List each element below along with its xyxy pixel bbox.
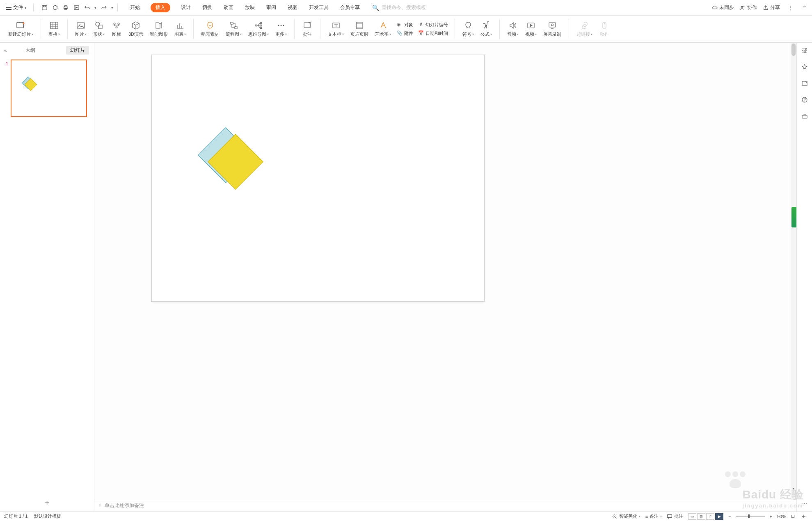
command-search[interactable]: 🔍 查找命令、搜索模板: [372, 4, 426, 11]
file-menu[interactable]: 文件 ▾: [3, 2, 29, 13]
tab-design[interactable]: 设计: [180, 2, 192, 13]
smartart-icon: [154, 21, 164, 30]
tab-vip[interactable]: 会员专享: [339, 2, 361, 13]
headerfooter-button[interactable]: 页眉页脚: [347, 19, 372, 39]
daoke-button[interactable]: 稻壳素材: [198, 19, 222, 39]
rail-toolbox-icon[interactable]: [801, 112, 808, 120]
tab-devtools[interactable]: 开发工具: [308, 2, 329, 13]
scroll-thumb[interactable]: [791, 44, 796, 56]
ribbon: 新建幻灯片▾ 表格▾ 图片▾ 形状▾ 图标 3D演示 智能图形: [0, 16, 812, 43]
new-slide-button[interactable]: 新建幻灯片▾: [5, 19, 37, 39]
fit-button[interactable]: ⊡: [791, 514, 795, 519]
save-icon[interactable]: [41, 5, 48, 11]
more-button[interactable]: 更多▾: [272, 19, 290, 39]
tab-review[interactable]: 审阅: [265, 2, 277, 13]
tab-start[interactable]: 开始: [129, 2, 141, 13]
svg-point-13: [114, 23, 115, 25]
redo-icon[interactable]: [101, 5, 107, 11]
mindmap-icon: [254, 21, 263, 30]
slidenum-button[interactable]: #️幻灯片编号: [418, 22, 448, 28]
icon-button[interactable]: 图标: [108, 19, 125, 39]
slide-thumbnail-1[interactable]: [11, 60, 87, 117]
sync-status[interactable]: 未同步: [712, 4, 734, 11]
panel-tab-outline[interactable]: 大纲: [25, 47, 35, 54]
datetime-button[interactable]: 📅日期和时间: [418, 30, 448, 37]
textbox-button[interactable]: 文本框▾: [325, 19, 347, 39]
icons-icon: [112, 21, 121, 30]
table-button[interactable]: 表格▾: [45, 19, 63, 39]
action-button: 动作: [596, 19, 613, 39]
flowchart-button[interactable]: 流程图▾: [222, 19, 245, 39]
preview-icon[interactable]: [73, 5, 80, 11]
scroll-down[interactable]: ▾: [791, 486, 796, 491]
rail-template-icon[interactable]: [801, 80, 808, 87]
view-sorter[interactable]: ⊞: [697, 513, 705, 520]
undo-dropdown[interactable]: ▾: [94, 6, 96, 10]
rail-adjust-icon[interactable]: [801, 47, 808, 54]
print-preview-icon[interactable]: [52, 5, 58, 11]
notes-bar[interactable]: ≡ 单击此处添加备注: [94, 500, 796, 511]
view-mode-buttons: ▭ ⊞ ▯ ▶: [688, 513, 723, 520]
equation-button[interactable]: 公式▾: [477, 19, 495, 39]
tab-view[interactable]: 视图: [287, 2, 298, 13]
svg-point-14: [118, 23, 119, 25]
rail-more-icon[interactable]: ⋯: [801, 500, 808, 507]
chart-button[interactable]: 图表▾: [171, 19, 189, 39]
symbol-button[interactable]: 符号▾: [459, 19, 477, 39]
comment-button[interactable]: 批注: [299, 19, 316, 39]
side-tab-stub[interactable]: [791, 207, 796, 227]
screenrec-button[interactable]: 屏幕录制: [540, 19, 565, 39]
audio-button[interactable]: 音频▾: [504, 19, 522, 39]
zoom-in[interactable]: +: [770, 514, 772, 519]
collapse-ribbon[interactable]: ⌃: [801, 5, 809, 11]
tab-animation[interactable]: 动画: [223, 2, 234, 13]
collab-button[interactable]: 协作: [740, 4, 757, 11]
tab-transition[interactable]: 切换: [201, 2, 213, 13]
view-normal[interactable]: ▭: [688, 513, 696, 520]
vertical-scrollbar[interactable]: ▴ ▾: [791, 43, 796, 500]
picture-button[interactable]: 图片▾: [72, 19, 90, 39]
view-slideshow[interactable]: ▶: [715, 513, 723, 520]
wordart-button[interactable]: 艺术字▾: [372, 19, 394, 39]
redo-dropdown[interactable]: ▾: [111, 6, 113, 10]
mouse-icon: [599, 21, 609, 30]
undo-icon[interactable]: [84, 5, 90, 11]
share-button[interactable]: 分享: [763, 4, 780, 11]
tab-slideshow[interactable]: 放映: [244, 2, 256, 13]
svg-rect-1: [43, 5, 46, 7]
slide-canvas[interactable]: [152, 55, 484, 301]
smartart-button[interactable]: 智能图形: [146, 19, 171, 39]
video-button[interactable]: 视频▾: [522, 19, 540, 39]
rail-help-icon[interactable]: [801, 96, 808, 103]
rail-star-icon[interactable]: [801, 63, 808, 71]
omega-icon: [463, 21, 473, 30]
hamburger-icon: [6, 6, 11, 10]
object-button[interactable]: ◉对象: [397, 22, 413, 28]
zoom-level[interactable]: 90%: [777, 514, 786, 519]
svg-point-15: [116, 26, 117, 28]
comments-toggle[interactable]: 批注: [667, 513, 683, 519]
canvas-area[interactable]: ▴ ▾: [94, 43, 796, 500]
svg-point-21: [260, 27, 262, 29]
zoom-slider[interactable]: [736, 516, 765, 517]
panel-collapse[interactable]: «: [4, 48, 7, 53]
beautify-button[interactable]: 智能美化▾: [612, 513, 640, 519]
panel-tabs: « 大纲 幻灯片: [0, 43, 94, 58]
menubar: 文件 ▾ ▾ ▾ 开始 插入 设计 切换 动画 放映 审阅 视图 开发工具 会员…: [0, 0, 812, 16]
view-reading[interactable]: ▯: [706, 513, 714, 520]
print-icon[interactable]: [62, 5, 69, 11]
notes-toggle[interactable]: ≡ 备注▾: [645, 513, 662, 519]
add-pane-button[interactable]: +: [800, 512, 808, 521]
slide-counter[interactable]: 幻灯片 1 / 1: [4, 513, 27, 519]
3d-button[interactable]: 3D演示: [125, 19, 146, 39]
tab-insert[interactable]: 插入: [151, 3, 170, 12]
more-menu[interactable]: ⋮: [786, 5, 795, 11]
zoom-out[interactable]: −: [728, 514, 731, 519]
search-placeholder: 查找命令、搜索模板: [382, 4, 426, 11]
attachment-button[interactable]: 📎附件: [397, 30, 413, 37]
panel-tab-slides[interactable]: 幻灯片: [66, 46, 89, 55]
shape-button[interactable]: 形状▾: [90, 19, 108, 39]
add-slide-button[interactable]: +: [0, 495, 94, 511]
mindmap-button[interactable]: 思维导图▾: [245, 19, 272, 39]
template-name[interactable]: 默认设计模板: [34, 513, 61, 519]
